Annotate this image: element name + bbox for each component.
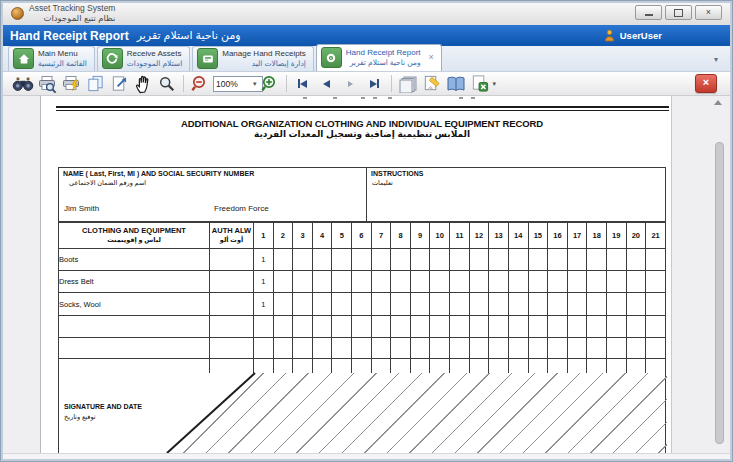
minimize-icon xyxy=(645,14,653,16)
quantity-cell xyxy=(430,316,450,338)
number-column-header: 19 xyxy=(606,223,626,249)
number-column-header: 1 xyxy=(254,223,274,249)
scroll-up-icon[interactable] xyxy=(714,100,722,105)
quantity-cell xyxy=(489,359,509,374)
quantity-cell xyxy=(528,316,548,338)
quantity-cell: 1 xyxy=(254,271,274,293)
tab-close-icon[interactable]: × xyxy=(429,53,434,62)
tab-manage-hand-receipts[interactable]: Manage Hand Receipts إدارة إيصالات اليد xyxy=(192,46,314,71)
book-view-icon[interactable] xyxy=(445,73,467,94)
auth-cell xyxy=(210,249,254,271)
tab-label-arabic: إدارة إيصالات اليد xyxy=(222,59,306,69)
quantity-cell xyxy=(548,249,568,271)
quantity-cell xyxy=(352,338,372,359)
quantity-cell xyxy=(293,338,313,359)
next-page-icon[interactable] xyxy=(340,73,362,94)
export-page-icon[interactable] xyxy=(108,73,130,94)
number-column-header: 18 xyxy=(587,223,607,249)
maximize-icon xyxy=(674,9,683,17)
quantity-cell xyxy=(430,271,450,293)
number-column-header: 15 xyxy=(528,223,548,249)
quantity-cell xyxy=(332,249,352,271)
quantity-cell xyxy=(567,293,587,316)
print-preview-icon[interactable] xyxy=(36,73,58,94)
watermark-icon[interactable] xyxy=(421,73,443,94)
zoom-out-icon[interactable] xyxy=(189,73,211,94)
tab-main-menu[interactable]: Main Menu القائمة الرئيسية xyxy=(8,46,95,71)
quantity-cell xyxy=(489,293,509,316)
number-column-header: 2 xyxy=(273,223,293,249)
multi-page-view-icon[interactable] xyxy=(397,73,419,94)
quantity-cell xyxy=(508,338,528,359)
quantity-cell xyxy=(646,293,666,316)
quantity-cell xyxy=(469,249,489,271)
number-column-header: 21 xyxy=(646,223,666,249)
tab-overflow-icon[interactable]: ▾ xyxy=(714,55,718,64)
quantity-cell xyxy=(332,293,352,316)
quantity-cell xyxy=(587,293,607,316)
number-column-header: 6 xyxy=(352,223,372,249)
equipment-table: CLOTHING AND EQUIPMENTلباس و إقوينمنتAUT… xyxy=(58,222,666,374)
last-page-icon[interactable] xyxy=(364,73,386,94)
number-column-header: 8 xyxy=(391,223,411,249)
name-value: Jim Smith xyxy=(64,204,99,213)
tab-hand-receipt-report[interactable]: Hand Receipt Report ومن ناحية استلام تقر… xyxy=(316,44,442,71)
previous-page-icon[interactable] xyxy=(316,73,338,94)
clipped-text-fragment xyxy=(471,97,475,99)
quantity-cell xyxy=(450,359,470,374)
pan-hand-icon[interactable] xyxy=(132,73,154,94)
quantity-cell xyxy=(273,293,293,316)
number-column-header: 3 xyxy=(293,223,313,249)
number-column-header: 11 xyxy=(450,223,470,249)
quantity-cell xyxy=(626,338,646,359)
quantity-cell xyxy=(567,271,587,293)
quantity-cell xyxy=(273,316,293,338)
copy-pages-icon[interactable] xyxy=(84,73,106,94)
quantity-cell xyxy=(548,316,568,338)
quantity-cell xyxy=(352,316,372,338)
zoom-caret-icon[interactable]: ▾ xyxy=(253,80,257,88)
quantity-cell xyxy=(410,338,430,359)
signature-section: SIGNATURE AND DATE توقيع وتاريخ xyxy=(58,373,666,453)
tab-receive-assets[interactable]: Receive Assets استلام الموجودات xyxy=(97,46,190,71)
first-page-icon[interactable] xyxy=(292,73,314,94)
number-column-header: 20 xyxy=(626,223,646,249)
maximize-button[interactable] xyxy=(665,5,692,20)
tab-label: Hand Receipt Report xyxy=(346,48,421,58)
tab-label-arabic: استلام الموجودات xyxy=(127,59,182,69)
quantity-cell xyxy=(391,359,411,374)
close-window-button[interactable]: × xyxy=(695,5,722,20)
quantity-cell xyxy=(548,359,568,374)
horizontal-scrollbar[interactable] xyxy=(3,453,730,460)
quantity-cell xyxy=(391,249,411,271)
auth-cell xyxy=(210,359,254,374)
quantity-cell xyxy=(587,271,607,293)
app-icon xyxy=(11,7,24,20)
user-menu[interactable]: UserUser xyxy=(604,29,662,42)
number-column-header: 4 xyxy=(312,223,332,249)
minimize-button[interactable] xyxy=(635,5,662,20)
find-binoculars-icon[interactable] xyxy=(12,73,34,94)
zoom-in-icon[interactable] xyxy=(259,73,281,94)
export-excel-icon[interactable] xyxy=(469,73,491,94)
export-caret-icon[interactable]: ▾ xyxy=(493,80,497,88)
quantity-cell xyxy=(312,359,332,374)
quantity-cell xyxy=(371,249,391,271)
tab-label: Manage Hand Receipts xyxy=(222,49,306,59)
quantity-cell xyxy=(391,316,411,338)
quick-print-icon[interactable] xyxy=(60,73,82,94)
toolbar-separator xyxy=(183,75,184,92)
quantity-cell xyxy=(548,293,568,316)
scrollbar-thumb[interactable] xyxy=(715,142,724,444)
quantity-cell xyxy=(469,316,489,338)
quantity-cell xyxy=(489,338,509,359)
quantity-cell xyxy=(332,338,352,359)
quantity-cell xyxy=(371,338,391,359)
number-column-header: 16 xyxy=(548,223,568,249)
quantity-cell xyxy=(391,338,411,359)
quantity-cell xyxy=(332,359,352,374)
zoom-select-icon[interactable] xyxy=(156,73,178,94)
table-row: Dress Belt1 xyxy=(59,271,666,293)
close-report-button[interactable]: × xyxy=(695,74,717,93)
quantity-cell xyxy=(508,359,528,374)
